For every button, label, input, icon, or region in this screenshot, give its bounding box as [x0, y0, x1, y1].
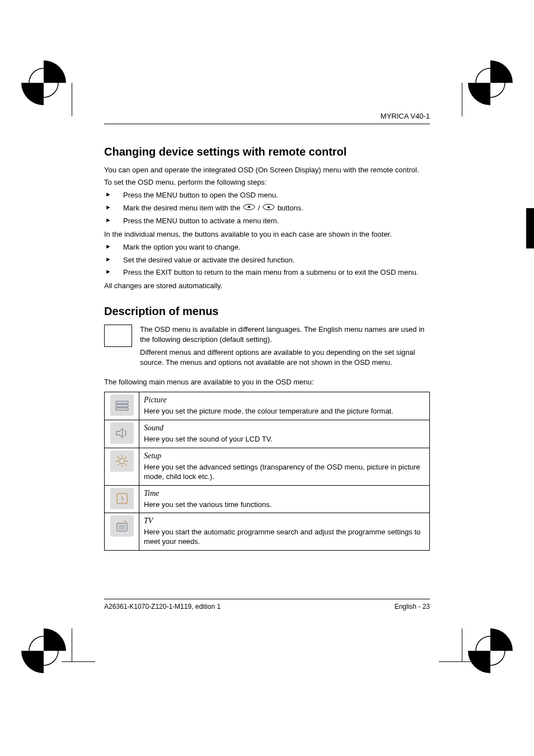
table-row: TV Here you start the automatic programm…: [105, 513, 430, 551]
registration-icon: [468, 60, 513, 105]
step-item: Press the EXIT button to return to the m…: [104, 267, 430, 278]
step-text: Press the EXIT button to return to the m…: [123, 268, 418, 276]
tv-icon: [110, 515, 134, 537]
crop-mark: [462, 628, 462, 662]
menu-name: Setup: [144, 452, 425, 461]
crop-mark: [72, 628, 72, 662]
registration-icon: [468, 628, 513, 673]
separator: /: [258, 204, 262, 212]
svg-rect-7: [116, 405, 128, 407]
step-item: Press the MENU button to activate a menu…: [104, 216, 430, 226]
menu-desc: Here you set the picture mode, the colou…: [144, 407, 425, 416]
step-text: Mark the desired menu item with the: [123, 204, 242, 212]
side-tab: [526, 208, 534, 248]
step-item: Set the desired value or activate the de…: [104, 255, 430, 265]
table-row: Sound Here you set the sound of your LCD…: [105, 420, 430, 448]
registration-icon: [21, 60, 66, 105]
body-text: You can open and operate the integrated …: [104, 165, 430, 175]
table-row: Setup Here you set the advanced settings…: [105, 448, 430, 485]
footer-left: A26361-K1070-Z120-1-M119, edition 1: [104, 603, 221, 611]
menu-table: Picture Here you set the picture mode, t…: [104, 392, 430, 551]
footer: A26361-K1070-Z120-1-M119, edition 1 Engl…: [104, 599, 430, 611]
step-item: Mark the desired menu item with the / bu…: [104, 203, 430, 213]
menu-desc-cell: Setup Here you set the advanced settings…: [139, 448, 430, 485]
menu-icon-cell: [105, 513, 139, 551]
menu-name: Picture: [144, 396, 425, 405]
note-line: Different menus and different options ar…: [140, 348, 430, 367]
svg-line-15: [125, 464, 127, 466]
menu-icon-cell: [105, 392, 139, 420]
step-item: Press the MENU button to open the OSD me…: [104, 190, 430, 200]
note-box-icon: [104, 325, 132, 347]
menu-name: Sound: [144, 424, 425, 433]
table-row: Picture Here you set the picture mode, t…: [105, 392, 430, 420]
step-text: Press the MENU button to activate a menu…: [123, 217, 279, 225]
step-list-a: Press the MENU button to open the OSD me…: [104, 190, 430, 226]
svg-line-20: [122, 499, 124, 500]
crop-mark: [72, 83, 72, 116]
body-text: To set the OSD menu, perform the followi…: [104, 177, 430, 187]
step-text: Set the desired value or activate the de…: [123, 256, 294, 264]
menu-desc-cell: Picture Here you set the picture mode, t…: [139, 392, 430, 420]
footer-rule: [104, 599, 430, 599]
menu-name: TV: [144, 516, 425, 525]
time-icon: [110, 488, 134, 509]
note-line: The OSD menu is available in different l…: [140, 325, 430, 344]
picture-icon: [110, 395, 134, 416]
menu-icon-cell: [105, 420, 139, 448]
body-text: All changes are stored automatically.: [104, 281, 430, 291]
note-text: The OSD menu is available in different l…: [140, 325, 430, 370]
step-list-b: Mark the option you want to change. Set …: [104, 242, 430, 278]
svg-point-9: [119, 458, 125, 464]
menu-desc: Here you set the advanced settings (tran…: [144, 463, 425, 482]
body-text: In the individual menus, the buttons ava…: [104, 229, 430, 240]
page-content: MYRICA V40-1 Changing device settings wi…: [104, 112, 430, 611]
menu-desc-cell: Sound Here you set the sound of your LCD…: [139, 420, 430, 448]
step-text: buttons.: [278, 204, 303, 212]
svg-rect-6: [116, 401, 128, 403]
table-row: Time Here you set the various time funct…: [105, 485, 430, 513]
svg-line-14: [118, 457, 119, 458]
menu-desc: Here you start the automatic programme s…: [144, 528, 425, 547]
menu-name: Time: [144, 489, 425, 498]
sound-icon: [110, 422, 134, 444]
body-text: The following main menus are available t…: [104, 377, 430, 387]
heading-section2: Description of menus: [104, 305, 430, 318]
svg-line-16: [125, 457, 127, 458]
heading-section1: Changing device settings with remote con…: [104, 145, 430, 158]
footer-right: English - 23: [395, 603, 430, 611]
menu-icon-cell: [105, 485, 139, 513]
down-button-icon: [263, 203, 275, 213]
menu-desc-cell: Time Here you set the various time funct…: [139, 485, 430, 513]
menu-desc: Here you set the various time functions.: [144, 500, 425, 510]
step-text: Mark the option you want to change.: [123, 243, 241, 251]
registration-icon: [21, 628, 66, 673]
crop-mark: [439, 661, 472, 662]
up-button-icon: [243, 203, 255, 213]
svg-rect-8: [116, 408, 128, 410]
step-item: Mark the option you want to change.: [104, 242, 430, 252]
step-text: Press the MENU button to open the OSD me…: [123, 191, 278, 199]
header-rule: [104, 124, 430, 124]
menu-desc: Here you set the sound of your LCD TV.: [144, 435, 425, 444]
note-block: The OSD menu is available in different l…: [104, 325, 430, 370]
header-product: MYRICA V40-1: [104, 112, 430, 120]
menu-icon-cell: [105, 448, 139, 485]
svg-point-21: [121, 501, 123, 503]
crop-mark: [462, 83, 462, 116]
svg-line-17: [118, 464, 119, 466]
crop-mark: [62, 661, 95, 662]
setup-icon: [110, 450, 134, 472]
menu-desc-cell: TV Here you start the automatic programm…: [139, 513, 430, 551]
